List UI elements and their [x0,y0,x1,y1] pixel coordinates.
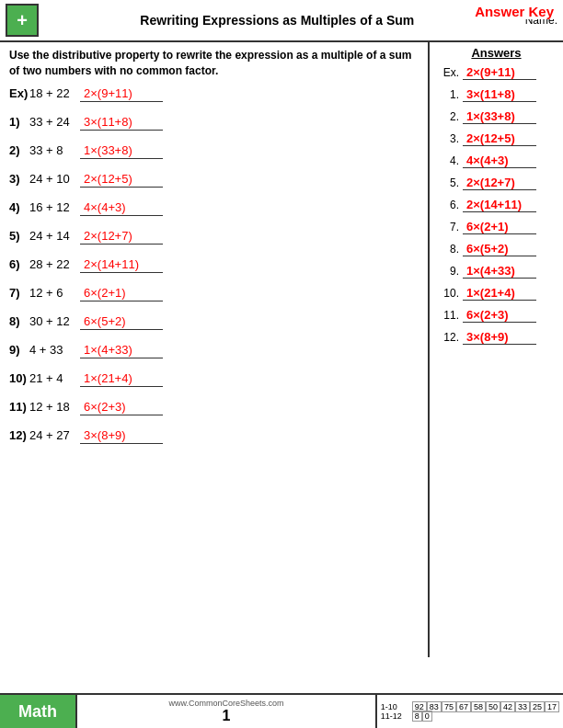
problem-expression: 12 + 18 [29,400,80,414]
problem-number: 1) [9,115,29,129]
problem-answer: 1×(4+33) [80,343,163,358]
ak-item-num: 1. [437,88,463,101]
ak-item-num: 5. [437,176,463,189]
ak-item-num: 7. [437,221,463,233]
logo-symbol: + [17,10,28,31]
example-answer: 2×(9+11) [80,86,163,102]
problem-answer: 2×(12+5) [80,172,163,188]
problem-expression: 24 + 10 [29,172,80,186]
footer-page-number: 1 [222,708,230,724]
score-cell: 8 [412,711,422,722]
problem-answer: 3×(8+9) [80,428,163,444]
footer-url: www.CommonCoreSheets.com [168,699,283,708]
ak-example-row: Ex. 2×(9+11) [437,65,556,80]
ak-item-num: 10. [437,287,463,300]
ak-item-num: 2. [437,110,463,123]
ak-item-answer: 2×(12+7) [463,176,536,190]
ak-item-num: 11. [437,309,463,322]
page-title: Rewriting Expressions as Multiples of a … [39,13,516,28]
ak-item-num: 8. [437,243,463,256]
example-problem: Ex) 18 + 22 2×(9+11) [9,86,419,102]
problem-answer: 3×(11+8) [80,115,163,131]
problem-row: 8) 30 + 12 6×(5+2) [9,314,419,330]
problem-row: 7) 12 + 6 6×(2+1) [9,286,419,301]
page-header: + Rewriting Expressions as Multiples of … [0,0,563,42]
ak-item-answer: 2×(12+5) [463,131,536,146]
problem-row: 4) 16 + 12 4×(4+3) [9,200,419,216]
logo-icon: + [6,4,39,37]
ak-row: 10. 1×(21+4) [437,286,556,301]
ak-item-answer: 1×(33+8) [463,109,536,124]
ak-item-answer: 3×(11+8) [463,87,536,102]
problem-number: 6) [9,257,29,271]
footer-center: www.CommonCoreSheets.com 1 [77,695,375,728]
problem-answer: 2×(12+7) [80,229,163,245]
problem-expression: 16 + 12 [29,200,80,214]
ak-row: 1. 3×(11+8) [437,87,556,102]
score-cell: 0 [422,711,432,722]
problem-answer: 1×(21+4) [80,371,163,387]
ak-example-num: Ex. [437,66,463,79]
example-label: Ex) [9,86,29,100]
problem-expression: 33 + 24 [29,115,80,129]
ak-row: 11. 6×(2+3) [437,308,556,323]
footer-math-label: Math [0,695,77,728]
score-label-2: 11-12 [381,711,410,721]
ak-item-answer: 1×(21+4) [463,286,536,301]
ak-row: 8. 6×(5+2) [437,242,556,256]
instructions-bold: Use the distributive property to rewrite… [9,49,411,77]
ak-example-answer: 2×(9+11) [463,65,536,80]
answer-key-title: Answers [437,46,556,60]
ak-row: 2. 1×(33+8) [437,109,556,124]
ak-item-answer: 6×(2+1) [463,220,536,234]
main-content: Use the distributive property to rewrite… [0,42,563,657]
problem-number: 10) [9,371,29,385]
score-values-2: 80 [412,711,432,721]
problem-number: 7) [9,286,29,300]
problem-expression: 33 + 8 [29,143,80,157]
ak-item-answer: 4×(4+3) [463,154,536,168]
ak-items-list: 1. 3×(11+8) 2. 1×(33+8) 3. 2×(12+5) 4. 4… [437,87,556,345]
example-expression: 18 + 22 [29,86,80,100]
problem-row: 9) 4 + 33 1×(4+33) [9,343,419,358]
score-values-1: 92837567585042332517 [412,702,559,711]
ak-item-num: 3. [437,132,463,145]
problems-list: 1) 33 + 24 3×(11+8) 2) 33 + 8 1×(33+8) 3… [9,115,419,444]
ak-row: 3. 2×(12+5) [437,131,556,146]
ak-row: 4. 4×(4+3) [437,154,556,168]
problem-number: 9) [9,343,29,357]
problem-answer: 6×(2+1) [80,286,163,301]
ak-item-num: 4. [437,154,463,167]
page-footer: Math www.CommonCoreSheets.com 1 1-10 928… [0,693,563,728]
problem-expression: 12 + 6 [29,286,80,300]
problem-number: 11) [9,400,29,414]
answer-key-panel: Answers Ex. 2×(9+11) 1. 3×(11+8) 2. 1×(3… [430,42,563,657]
ak-item-num: 12. [437,331,463,344]
problem-number: 5) [9,229,29,243]
ak-item-answer: 3×(8+9) [463,330,536,345]
problem-row: 3) 24 + 10 2×(12+5) [9,172,419,188]
score-row-2: 11-12 80 [381,711,559,721]
problem-answer: 1×(33+8) [80,143,163,159]
problem-answer: 2×(14+11) [80,257,163,273]
score-label-1: 1-10 [381,702,410,711]
ak-item-num: 9. [437,265,463,278]
instructions-text: Use the distributive property to rewrite… [9,48,419,79]
footer-scores: 1-10 92837567585042332517 11-12 80 [375,695,563,728]
score-row-1: 1-10 92837567585042332517 [381,702,559,711]
ak-row: 9. 1×(4+33) [437,264,556,279]
ak-row: 12. 3×(8+9) [437,330,556,345]
problem-answer: 6×(5+2) [80,314,163,330]
problem-expression: 28 + 22 [29,257,80,271]
ak-item-num: 6. [437,199,463,211]
ak-item-answer: 6×(5+2) [463,242,536,256]
problem-expression: 4 + 33 [29,343,80,357]
problem-row: 1) 33 + 24 3×(11+8) [9,115,419,131]
problem-expression: 21 + 4 [29,371,80,385]
problem-expression: 30 + 12 [29,314,80,328]
answer-key-badge: Answer Key [471,4,557,19]
ak-item-answer: 2×(14+11) [463,198,536,212]
problem-expression: 24 + 14 [29,229,80,243]
problem-answer: 6×(2+3) [80,400,163,415]
ak-row: 7. 6×(2+1) [437,220,556,234]
